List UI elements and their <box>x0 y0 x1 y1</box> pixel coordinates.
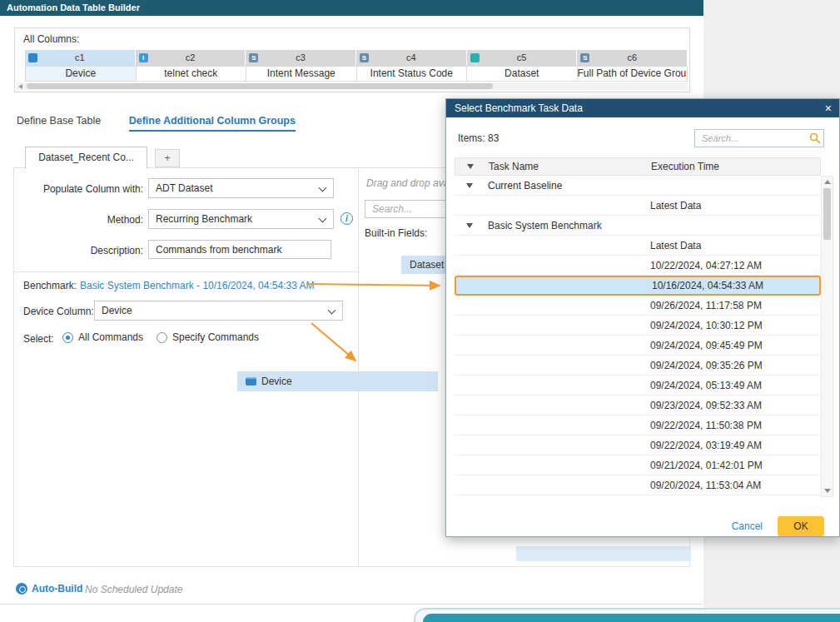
task-data-row[interactable]: 09/21/2024, 01:42:01 PM <box>455 455 821 475</box>
panel-divider <box>358 168 359 566</box>
task-group-row[interactable]: Basic System Benchmark <box>455 216 821 236</box>
column-name-c6[interactable]: Full Path of Device Group <box>578 66 688 82</box>
vertical-scrollbar[interactable] <box>821 176 833 497</box>
benchmark-label: Benchmark: <box>23 280 77 291</box>
task-name-cell: Basic System Benchmark <box>488 220 650 231</box>
add-column-group-button[interactable]: + <box>155 149 180 167</box>
collapse-all-cell[interactable] <box>455 164 489 169</box>
column-id: c5 <box>517 52 527 62</box>
select-label: Select: <box>23 333 54 345</box>
task-rows: Current BaselineLatest DataBasic System … <box>455 176 821 495</box>
task-data-row[interactable]: 09/24/2024, 05:13:49 AM <box>455 376 821 396</box>
schedule-status-text: No Scheduled Update <box>85 584 182 595</box>
column-name-c2[interactable]: telnet check <box>137 66 247 82</box>
auto-build-clock-icon <box>16 583 27 595</box>
scroll-left-icon[interactable] <box>18 84 22 89</box>
task-name-column-header[interactable]: Task Name <box>489 161 651 172</box>
scroll-down-icon[interactable] <box>824 489 831 493</box>
task-data-row[interactable]: 09/26/2024, 11:17:58 PM <box>455 296 821 316</box>
horizontal-scrollbar[interactable] <box>17 82 688 90</box>
radio-specify-commands[interactable]: Specify Commands <box>157 331 259 343</box>
column-header-c2[interactable]: Ic2 <box>136 50 246 66</box>
tab-define-base-table[interactable]: Define Base Table <box>17 115 101 130</box>
task-data-row[interactable]: 09/23/2024, 09:52:33 AM <box>455 396 821 415</box>
collapse-all-icon[interactable] <box>467 164 474 169</box>
expanded-triangle-icon[interactable] <box>466 183 473 188</box>
radio-all-commands[interactable]: All Commands <box>62 331 143 343</box>
execution-time-cell: 09/24/2024, 09:35:26 PM <box>650 360 821 371</box>
task-data-row[interactable]: 09/22/2024, 03:19:49 AM <box>455 435 821 455</box>
device-column-select[interactable]: Device <box>94 301 343 321</box>
auto-build-link[interactable]: Auto-Build <box>32 583 82 595</box>
chevron-down-icon <box>319 215 327 223</box>
column-id: c2 <box>186 52 196 62</box>
task-data-row[interactable]: 09/24/2024, 09:45:49 PM <box>455 336 821 356</box>
letter-s-icon: S <box>249 53 258 62</box>
horizontal-scrollbar-thumb[interactable] <box>27 83 493 89</box>
dialog-search <box>694 129 824 147</box>
column-name-c4[interactable]: Intent Status Code <box>357 66 468 82</box>
column-name-c1[interactable]: Device <box>25 66 137 82</box>
column-header-c1[interactable]: c1 <box>25 50 136 66</box>
column-header-c4[interactable]: Sc4 <box>356 50 467 66</box>
tab-define-additional-column-groups[interactable]: Define Additional Column Groups <box>129 115 296 132</box>
column-name-c3[interactable]: Intent Message <box>246 66 357 82</box>
column-header-c6[interactable]: Sc6 <box>577 50 688 66</box>
column-id: c6 <box>627 52 637 62</box>
letter-s-icon: S <box>360 53 369 62</box>
cancel-button[interactable]: Cancel <box>732 520 763 532</box>
task-data-row[interactable]: 09/20/2024, 11:53:04 AM <box>455 475 821 495</box>
task-data-row[interactable]: 09/24/2024, 10:30:12 PM <box>455 316 821 336</box>
app-titlebar: Automation Data Table Builder <box>0 0 703 16</box>
column-header-c3[interactable]: Sc3 <box>246 50 356 66</box>
task-data-row[interactable]: 09/22/2024, 11:50:38 PM <box>455 415 821 435</box>
tab-dataset-recent-column-group[interactable]: Dataset_Recent Co... <box>25 147 147 169</box>
execution-time-cell: 09/24/2024, 05:13:49 AM <box>650 380 821 391</box>
task-data-row[interactable]: 10/16/2024, 04:54:33 AM <box>455 276 821 296</box>
execution-time-cell: 09/21/2024, 01:42:01 PM <box>650 460 821 471</box>
chevron-down-icon <box>319 184 327 192</box>
execution-time-cell: 10/22/2024, 04:27:12 AM <box>650 260 821 271</box>
dialog-title: Select Benchmark Task Data <box>455 102 583 114</box>
select-benchmark-dialog: Select Benchmark Task Data × Items: 83 T… <box>445 98 840 537</box>
column-name-c5[interactable]: Dataset <box>467 66 578 82</box>
built-in-fields-label: Built-in Fields: <box>365 227 427 239</box>
task-group-row[interactable]: Current Baseline <box>455 176 821 196</box>
execution-time-cell: Latest Data <box>650 200 821 211</box>
expanded-triangle-icon[interactable] <box>466 223 473 228</box>
task-data-row[interactable]: 09/24/2024, 09:35:26 PM <box>455 356 821 376</box>
populate-column-select[interactable]: ADT Dataset <box>148 178 334 198</box>
vertical-scrollbar-thumb[interactable] <box>823 188 831 240</box>
dialog-search-input[interactable] <box>694 129 824 147</box>
column-header-c5[interactable]: c5 <box>467 50 578 66</box>
task-data-row[interactable]: 10/22/2024, 04:27:12 AM <box>455 256 821 276</box>
task-data-row[interactable]: Latest Data <box>455 236 821 256</box>
device-field-chip[interactable]: Device <box>237 371 438 391</box>
method-select[interactable]: Recurring Benchmark <box>148 209 334 229</box>
screen: Automation Data Table Builder All Column… <box>0 0 840 622</box>
task-data-row[interactable]: Latest Data <box>455 196 821 216</box>
radio-unchecked-icon <box>157 332 167 343</box>
execution-time-cell: 09/24/2024, 09:45:49 PM <box>650 340 821 351</box>
execution-time-cell: 09/22/2024, 03:19:49 AM <box>650 440 821 451</box>
all-columns-panel: All Columns: c1Ic2Sc3Sc4c5Sc6 Deviceteln… <box>14 27 690 92</box>
execution-time-cell: 09/24/2024, 10:30:12 PM <box>650 320 821 331</box>
ok-button[interactable]: OK <box>778 516 824 536</box>
column-id: c4 <box>406 52 416 62</box>
device-column-label: Device Column: <box>23 306 94 317</box>
info-icon[interactable]: i <box>340 212 353 225</box>
radio-all-commands-label: All Commands <box>78 331 143 343</box>
field-item-partial <box>516 546 691 561</box>
execution-time-column-header[interactable]: Execution Time <box>651 161 820 172</box>
benchmark-link[interactable]: Basic System Benchmark - 10/16/2024, 04:… <box>80 280 314 291</box>
description-input[interactable] <box>148 240 331 259</box>
device-icon <box>28 53 37 62</box>
scroll-up-icon[interactable] <box>824 180 831 184</box>
task-name-cell: Current Baseline <box>488 180 650 192</box>
task-table-header: Task Name Execution Time <box>455 157 821 176</box>
chevron-down-icon <box>328 306 336 315</box>
method-label: Method: <box>17 214 143 226</box>
execution-time-cell: Latest Data <box>650 240 821 251</box>
search-icon[interactable] <box>809 132 821 144</box>
close-icon[interactable]: × <box>825 100 832 117</box>
